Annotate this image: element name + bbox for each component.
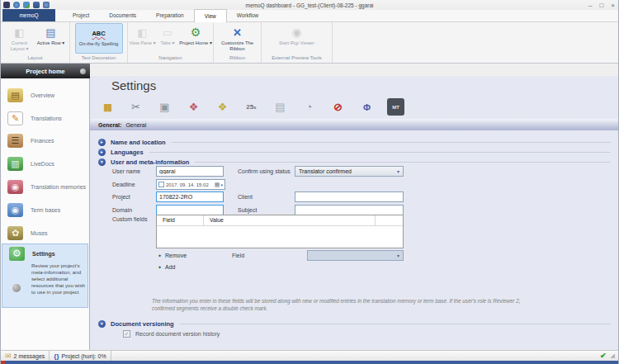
column-header-value[interactable]: Value bbox=[204, 215, 376, 225]
livedocs-settings-icon[interactable] bbox=[214, 98, 231, 116]
tab-project[interactable]: Project bbox=[63, 9, 99, 21]
tabs-icon bbox=[163, 25, 172, 40]
deadline-row: Deadline 2017. 09. 14. 15:02 ▦ ▾ bbox=[90, 179, 619, 191]
segmentation-rules-icon[interactable] bbox=[127, 98, 144, 116]
customize-ribbon-icon bbox=[233, 25, 242, 40]
sidebar-item-settings[interactable]: Settings Review your project's meta-info… bbox=[2, 243, 88, 308]
overview-icon bbox=[7, 88, 23, 102]
settings-pane: Settings General: General ▸ Name and loc… bbox=[90, 64, 619, 350]
deadline-datepicker[interactable]: 2017. 09. 14. 15:02 ▦ ▾ bbox=[156, 179, 225, 190]
sidebar-item-finances[interactable]: Finances bbox=[1, 130, 89, 150]
client-input[interactable] bbox=[295, 191, 404, 202]
section-document-versioning[interactable]: ▾ Document versioning bbox=[98, 319, 611, 329]
messages-status[interactable]: ✉ 2 messages bbox=[1, 351, 50, 361]
tab-view[interactable]: View bbox=[194, 9, 227, 22]
minimize-button[interactable]: – bbox=[588, 2, 592, 9]
active-row-icon bbox=[45, 25, 55, 40]
add-link[interactable]: Add bbox=[158, 262, 176, 272]
font-substitution-icon[interactable] bbox=[358, 98, 376, 116]
maximize-button[interactable]: □ bbox=[599, 2, 603, 9]
qa-settings-icon[interactable] bbox=[300, 98, 318, 116]
translation-memories-icon bbox=[7, 180, 23, 194]
remove-link[interactable]: Remove bbox=[158, 250, 187, 260]
project-progress-status[interactable]: Project (hun): 0% bbox=[50, 351, 111, 361]
client-label: Client bbox=[238, 194, 253, 200]
app-window: memoQ dashboard - GG_test-(Client)-08-22… bbox=[0, 0, 619, 364]
sidebar-item-overview[interactable]: Overview bbox=[1, 85, 89, 105]
chevron-down-icon: ▾ bbox=[220, 182, 223, 187]
sidebar-item-term-bases[interactable]: Term bases bbox=[1, 200, 89, 220]
tab-memoq[interactable]: memoQ bbox=[2, 9, 55, 21]
view-pane-icon bbox=[137, 25, 147, 40]
sidebar-item-livedocs[interactable]: LiveDocs bbox=[1, 154, 89, 173]
current-layout-button[interactable]: Current Layout ▾ bbox=[4, 23, 35, 54]
general-icon[interactable] bbox=[98, 98, 116, 116]
ribbon-tab-strip: memoQ Project Documents Preparation View… bbox=[1, 10, 618, 22]
pin-icon[interactable] bbox=[80, 69, 86, 74]
settings-description: Review your project's meta-information, … bbox=[31, 262, 86, 295]
abc-spelling-icon bbox=[92, 26, 105, 40]
settings-gear-icon bbox=[9, 247, 25, 261]
ignore-lists-icon[interactable] bbox=[329, 98, 347, 116]
group-label-text-decoration: Text Decoration bbox=[71, 54, 126, 63]
tab-documents[interactable]: Documents bbox=[99, 9, 146, 21]
ribbon-group-external-preview: Start Rigi Viewer External Preview Tools bbox=[262, 22, 333, 63]
meta-information-note: The information you enter in these field… bbox=[152, 297, 525, 313]
tab-preparation[interactable]: Preparation bbox=[146, 9, 194, 21]
livedocs-icon bbox=[7, 157, 23, 171]
mt-settings-icon[interactable] bbox=[387, 98, 404, 116]
view-pane-button[interactable]: View Pane ▾ bbox=[129, 23, 156, 54]
user-name-input[interactable] bbox=[156, 166, 224, 177]
layout-icon bbox=[14, 25, 24, 40]
on-the-fly-spelling-button[interactable]: On-the-fly Spelling bbox=[75, 23, 123, 54]
collapse-icon[interactable]: ▾ bbox=[98, 320, 106, 328]
active-row-button[interactable]: Active Row ▾ bbox=[35, 23, 67, 54]
rigi-viewer-icon bbox=[291, 25, 301, 40]
corner-accent bbox=[1, 361, 5, 364]
column-header-field[interactable]: Field bbox=[157, 215, 204, 225]
project-label: Project bbox=[112, 194, 130, 200]
tm-settings-icon[interactable] bbox=[185, 98, 202, 116]
custom-fields-table[interactable]: Field Value bbox=[156, 215, 404, 248]
expand-icon[interactable]: ▸ bbox=[98, 149, 106, 156]
sidebar-item-translations[interactable]: Translations bbox=[1, 108, 89, 128]
ok-check-icon: ✔ bbox=[600, 352, 607, 360]
project-home-button[interactable]: Project Home ▾ bbox=[179, 23, 212, 54]
export-path-rules-icon[interactable] bbox=[272, 98, 289, 116]
deadline-label: Deadline bbox=[112, 182, 135, 187]
resize-grip[interactable]: ◢ bbox=[611, 352, 615, 359]
ribbon: Current Layout ▾ Active Row ▾ Layout On-… bbox=[1, 22, 618, 64]
translations-icon bbox=[7, 111, 23, 125]
page-title: Settings bbox=[111, 78, 156, 92]
record-version-history-checkbox[interactable]: ✓ bbox=[123, 330, 130, 338]
window-title: memoQ dashboard - GG_test-(Client)-08-22… bbox=[1, 2, 618, 8]
deadline-checkbox[interactable] bbox=[158, 182, 164, 187]
group-label-external-preview: External Preview Tools bbox=[262, 54, 331, 63]
project-home-icon bbox=[191, 25, 201, 40]
start-rigi-viewer-button[interactable]: Start Rigi Viewer bbox=[277, 23, 317, 54]
tabs-button[interactable]: Tabs ▾ bbox=[156, 23, 179, 54]
project-input[interactable] bbox=[156, 191, 224, 202]
collapse-icon[interactable]: ▾ bbox=[98, 158, 106, 166]
penalty-rules-icon[interactable] bbox=[243, 98, 260, 116]
section-languages[interactable]: ▸ Languages bbox=[98, 148, 611, 157]
sidebar-item-translation-memories[interactable]: Translation memories bbox=[1, 177, 89, 196]
sidebar-item-muses[interactable]: Muses bbox=[1, 223, 89, 243]
term-bases-icon bbox=[7, 203, 23, 217]
confirm-status-select[interactable]: Translator confirmed ▾ bbox=[295, 166, 404, 177]
field-picker-label: Field bbox=[232, 253, 244, 258]
window-bottom-border bbox=[1, 361, 618, 364]
tab-workflow[interactable]: Workflow bbox=[227, 9, 269, 21]
settings-category-toolbar bbox=[98, 98, 404, 116]
content-top-strip bbox=[90, 64, 619, 76]
sidebar-header: Project home bbox=[1, 64, 90, 78]
language-braces-icon bbox=[54, 352, 59, 360]
auto-translation-icon[interactable] bbox=[156, 98, 173, 116]
customize-ribbon-button[interactable]: Customize The Ribbon bbox=[216, 23, 259, 54]
section-name-and-location[interactable]: ▸ Name and location bbox=[98, 138, 611, 147]
field-picker-select[interactable]: ▾ bbox=[307, 250, 404, 261]
ribbon-group-text-decoration: On-the-fly Spelling Text Decoration bbox=[70, 22, 128, 63]
ribbon-group-layout: Current Layout ▾ Active Row ▾ Layout bbox=[1, 22, 70, 63]
expand-icon[interactable]: ▸ bbox=[98, 139, 106, 146]
close-button[interactable]: × bbox=[611, 2, 615, 9]
